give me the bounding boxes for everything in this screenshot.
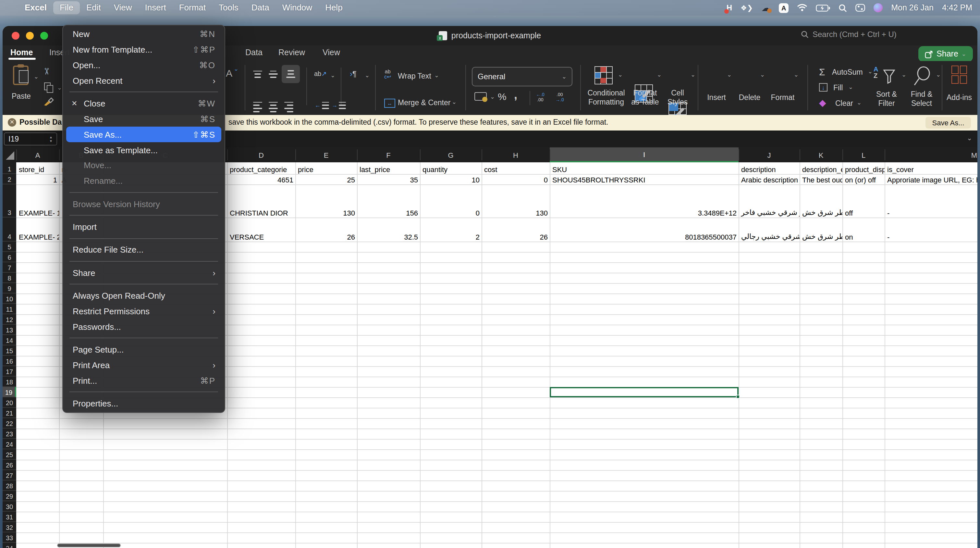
selected-cell-I19[interactable] xyxy=(550,387,738,397)
file-menu-item-print-area[interactable]: Print Area› xyxy=(63,357,224,373)
row-header-20[interactable]: 20 xyxy=(3,397,16,408)
column-header-F[interactable]: F xyxy=(357,147,420,162)
cell-A2[interactable]: 1 xyxy=(17,175,59,185)
row-header-12[interactable]: 12 xyxy=(3,314,16,325)
row-header-23[interactable]: 23 xyxy=(3,429,16,439)
file-menu-item-passwords[interactable]: Passwords... xyxy=(63,319,224,335)
cell-A3[interactable]: EXAMPLE- 1 xyxy=(17,185,59,218)
app-tray-icon[interactable]: H xyxy=(727,3,732,12)
cloud-sync-icon[interactable]: ☁ xyxy=(761,3,770,13)
cell-M1[interactable]: is_cover xyxy=(885,163,977,174)
align-right-button[interactable] xyxy=(284,100,293,113)
cell-G1[interactable]: quantity xyxy=(420,163,482,174)
currency-format-button[interactable] xyxy=(474,92,487,100)
row-header-22[interactable]: 22 xyxy=(3,418,16,429)
row-header-25[interactable]: 25 xyxy=(3,449,16,460)
tab-home[interactable]: Home xyxy=(10,48,33,57)
cell-E4[interactable]: 26 xyxy=(296,218,357,242)
clear-eraser-icon[interactable]: ◆ xyxy=(819,97,826,108)
row-header-8[interactable]: 8 xyxy=(3,273,16,283)
decrease-indent-button[interactable]: ← xyxy=(315,100,329,110)
horizontal-scrollbar-thumb[interactable] xyxy=(57,543,121,547)
add-ins-icon[interactable] xyxy=(951,65,967,84)
spotlight-search-icon[interactable] xyxy=(838,3,847,12)
cell-G4[interactable]: 2 xyxy=(420,218,482,242)
cell-I3[interactable]: 3.3489E+12 xyxy=(550,185,738,218)
increase-decimal-button[interactable]: .00→.0 xyxy=(555,92,564,103)
row-header-24[interactable]: 24 xyxy=(3,439,16,449)
cell-D1[interactable]: product_categorie xyxy=(228,163,295,174)
menu-bar-item-insert[interactable]: Insert xyxy=(138,1,173,14)
autosum-button[interactable]: AutoSum xyxy=(832,68,863,76)
row-header-30[interactable]: 30 xyxy=(3,501,16,511)
clear-button[interactable]: Clear xyxy=(835,99,853,107)
file-menu-item-new[interactable]: New⌘N xyxy=(63,27,224,42)
row-header-4[interactable]: 4 xyxy=(3,218,16,242)
column-header-K[interactable]: K xyxy=(800,147,842,162)
row-header-3[interactable]: 3 xyxy=(3,185,16,218)
cell-G2[interactable]: 10 xyxy=(420,175,482,185)
cell-I4[interactable]: 8018365500037 xyxy=(550,218,738,242)
find-select-icon[interactable] xyxy=(913,66,932,87)
menu-bar-item-window[interactable]: Window xyxy=(276,1,319,14)
conditional-formatting-icon[interactable] xyxy=(595,66,612,84)
format-as-table-label2[interactable]: as Table xyxy=(630,98,661,106)
row-header-16[interactable]: 16 xyxy=(3,356,16,366)
selection-fill-handle[interactable] xyxy=(736,395,740,399)
row-header-28[interactable]: 28 xyxy=(3,481,16,491)
currency-chevron-icon[interactable]: ⌄ xyxy=(490,94,495,100)
text-direction-chevron-icon[interactable]: ⌄ xyxy=(365,73,370,78)
row-header-15[interactable]: 15 xyxy=(3,346,16,356)
control-center-icon[interactable] xyxy=(855,4,865,12)
column-header-I[interactable]: I xyxy=(550,147,738,162)
align-bottom-button-selected[interactable] xyxy=(282,65,300,83)
conditional-formatting-label2[interactable]: Formatting xyxy=(585,98,627,106)
warning-save-as-button[interactable]: Save As... xyxy=(926,117,971,129)
tab-review[interactable]: Review xyxy=(278,48,305,57)
row-header-1[interactable]: 1 xyxy=(3,162,16,174)
row-header-11[interactable]: 11 xyxy=(3,304,16,314)
cell-A1[interactable]: store_id xyxy=(17,163,59,174)
warning-close-icon[interactable]: ✕ xyxy=(8,118,16,127)
tab-data[interactable]: Data xyxy=(245,48,262,57)
siri-icon[interactable] xyxy=(873,3,883,12)
menu-bar-item-view[interactable]: View xyxy=(107,1,138,14)
row-header-27[interactable]: 27 xyxy=(3,470,16,481)
conditional-formatting-label1[interactable]: Conditional xyxy=(585,89,627,97)
cell-I2[interactable]: SHOUS45BROLTHRYSSRKI xyxy=(550,175,738,185)
file-menu-item-properties[interactable]: Properties... xyxy=(63,396,224,411)
increase-indent-button[interactable]: → xyxy=(332,100,346,110)
cell-H4[interactable]: 26 xyxy=(482,218,550,242)
add-ins-label[interactable]: Add-ins xyxy=(945,94,974,101)
row-header-2[interactable]: 2 xyxy=(3,174,16,185)
copy-icon[interactable] xyxy=(44,83,51,90)
autosum-sigma-icon[interactable]: Σ xyxy=(819,66,825,77)
row-header-18[interactable]: 18 xyxy=(3,377,16,387)
menu-bar-item-edit[interactable]: Edit xyxy=(80,1,107,14)
orientation-chevron-icon[interactable]: ⌄ xyxy=(330,73,335,78)
cell-H2[interactable]: 0 xyxy=(482,175,550,185)
input-source-icon[interactable]: A xyxy=(779,3,789,13)
column-header-L[interactable]: L xyxy=(842,147,885,162)
column-header-D[interactable]: D xyxy=(227,147,295,162)
format-painter-icon[interactable] xyxy=(43,97,54,107)
fill-icon[interactable]: ↓ xyxy=(819,83,827,92)
cell-J3[interactable]: عطر شرقي خشبي فاخر xyxy=(739,185,800,218)
find-select-label1[interactable]: Find & xyxy=(907,90,936,98)
paste-clipboard-icon[interactable] xyxy=(13,65,29,85)
cell-H3[interactable]: 130 xyxy=(482,185,550,218)
row-header-17[interactable]: 17 xyxy=(3,366,16,377)
align-left-button[interactable] xyxy=(253,100,262,113)
diamonds-tray-icon[interactable]: ❖❯ xyxy=(741,3,753,12)
row-header-5[interactable]: 5 xyxy=(3,242,16,252)
wifi-icon[interactable] xyxy=(797,4,807,12)
align-middle-button[interactable] xyxy=(269,70,278,79)
cell-D3[interactable]: CHRISTIAN DIOR xyxy=(228,185,295,218)
menu-bar-item-help[interactable]: Help xyxy=(319,1,349,14)
menu-bar-item-format[interactable]: Format xyxy=(173,1,212,14)
row-header-13[interactable]: 13 xyxy=(3,325,16,335)
cell-M4[interactable]: - xyxy=(885,218,977,242)
name-box-stepper[interactable]: ▲▼ xyxy=(49,135,52,143)
cell-F3[interactable]: 156 xyxy=(358,185,420,218)
select-all-corner[interactable] xyxy=(3,147,16,162)
